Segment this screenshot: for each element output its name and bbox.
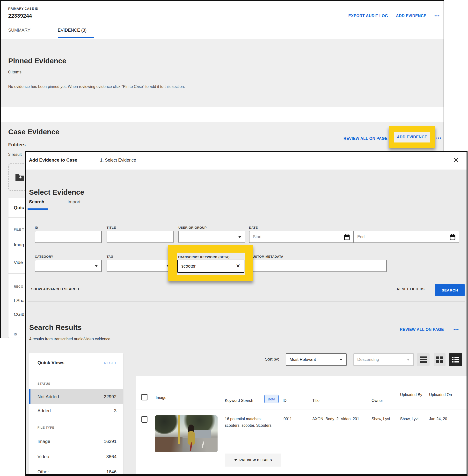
section-divider xyxy=(28,301,465,302)
transcript-keyword-label: TRANSCRIPT KEYWORD (BETA) xyxy=(178,255,229,259)
cell-title[interactable]: AXON_Body_2_Video_201... xyxy=(312,417,369,421)
more-actions-icon[interactable]: ••• xyxy=(434,14,440,18)
reset-filters-link[interactable]: RESET FILTERS xyxy=(397,287,424,291)
date-end-input[interactable]: End xyxy=(354,231,459,243)
tab-summary[interactable]: SUMMARY xyxy=(8,28,30,33)
evidence-thumbnail[interactable] xyxy=(155,415,218,452)
chevron-down-icon xyxy=(407,359,410,360)
id-input[interactable] xyxy=(35,231,102,243)
column-keyword-search: Keyword Search xyxy=(225,398,253,403)
quick-view-count: 1646 xyxy=(106,469,117,474)
modal-step-label: 1. Select Evidence xyxy=(100,158,136,163)
chevron-down-icon xyxy=(340,359,342,360)
title-input[interactable] xyxy=(107,231,174,243)
detail-list-icon xyxy=(452,357,459,358)
export-audit-log-button[interactable]: EXPORT AUDIT LOG xyxy=(348,14,388,18)
transcript-keyword-input[interactable]: scooter ✕ xyxy=(177,260,244,273)
bg-id-label: ID xyxy=(14,333,17,336)
review-all-on-page-link[interactable]: REVIEW ALL ON PAGE xyxy=(344,137,388,141)
thumbnail-art xyxy=(176,438,218,452)
close-icon[interactable]: ✕ xyxy=(453,156,459,164)
bg-filter-video[interactable]: Vide xyxy=(14,260,23,265)
date-start-input[interactable]: Start xyxy=(249,231,354,243)
add-evidence-header-button[interactable]: ADD EVIDENCE xyxy=(396,14,426,18)
folders-result-count: 3 result xyxy=(8,152,22,157)
id-filter-label: ID xyxy=(35,226,38,229)
quick-view-count: 3864 xyxy=(106,454,117,459)
search-button[interactable]: SEARCH xyxy=(435,284,465,296)
chevron-down-icon xyxy=(95,265,98,267)
rows-icon xyxy=(420,361,427,363)
add-evidence-case-button[interactable]: ADD EVIDENCE xyxy=(397,135,427,139)
divider xyxy=(29,418,123,418)
quick-view-video-row[interactable]: Video 3864 xyxy=(29,450,123,464)
view-rows-button[interactable] xyxy=(417,353,430,366)
date-start-placeholder: Start xyxy=(253,235,262,239)
bg-filter-lsha[interactable]: LSha xyxy=(14,298,24,303)
search-results-subtitle: 4 results from transcribed audio/video e… xyxy=(29,337,110,341)
column-id: ID xyxy=(283,398,286,403)
divider xyxy=(93,154,93,167)
results-more-icon[interactable]: ••• xyxy=(453,327,459,332)
clear-input-icon[interactable]: ✕ xyxy=(236,263,240,269)
sort-select[interactable]: Most Relevant xyxy=(286,353,347,366)
status-section-label: STATUS xyxy=(37,382,50,385)
thumbnail-art xyxy=(178,415,180,444)
user-or-group-label: USER OR GROUP xyxy=(178,226,207,229)
pinned-empty-note: No evidence has been pinned yet. When re… xyxy=(8,84,185,89)
cell-id: 0011 xyxy=(284,417,292,421)
sort-direction-select[interactable]: Descending xyxy=(353,353,414,366)
sort-select-value: Most Relevant xyxy=(290,357,316,362)
custom-metadata-label: CUSTOM METADATA xyxy=(250,255,283,258)
case-evidence-title: Case Evidence xyxy=(8,128,59,136)
thumbnail-art xyxy=(194,430,211,438)
file-type-section-label: FILE TYPE xyxy=(37,426,54,429)
preview-details-button[interactable]: PREVIEW DETAILS xyxy=(225,454,281,467)
tab-import[interactable]: Import xyxy=(67,199,80,205)
tab-evidence[interactable]: EVIDENCE (3) xyxy=(58,28,87,33)
date-filter-label: DATE xyxy=(249,226,258,229)
quick-views-panel: Quick Views RESET STATUS Not Added 22992… xyxy=(29,353,123,474)
rows-icon xyxy=(420,359,427,360)
quick-view-label: Video xyxy=(37,454,49,459)
primary-case-id-label: PRIMARY CASE ID xyxy=(8,7,38,10)
user-or-group-select[interactable] xyxy=(178,231,245,243)
search-results-title: Search Results xyxy=(29,323,82,332)
keyword-matches-line2: scooters, scooter, Scooters xyxy=(225,423,271,428)
column-uploaded-by: Uploaded By xyxy=(400,391,423,398)
tab-search[interactable]: Search xyxy=(29,199,44,205)
custom-metadata-input[interactable] xyxy=(249,260,387,272)
rows-icon xyxy=(420,356,427,358)
quick-view-label: Other xyxy=(37,469,49,474)
beta-badge: Beta xyxy=(264,395,279,403)
quick-view-image-row[interactable]: Image 16291 xyxy=(29,434,123,448)
quick-views-reset-link[interactable]: RESET xyxy=(104,361,117,365)
view-detail-list-button[interactable] xyxy=(449,353,462,366)
case-evidence-more-icon[interactable]: ••• xyxy=(436,136,442,140)
quick-view-count: 3 xyxy=(114,408,117,413)
keyword-matches-line1: 16 potential matches: xyxy=(225,417,262,421)
bg-filter-image[interactable]: Imag xyxy=(14,242,24,248)
row-checkbox[interactable] xyxy=(141,416,147,423)
calendar-icon[interactable] xyxy=(344,234,350,240)
quick-view-added-row[interactable]: Added 3 xyxy=(29,404,123,418)
column-uploaded-on: Uploaded On xyxy=(429,391,452,398)
tag-select[interactable] xyxy=(107,260,174,272)
date-end-placeholder: End xyxy=(357,235,365,239)
quick-view-other-row[interactable]: Other 1646 xyxy=(29,465,123,474)
select-evidence-title: Select Evidence xyxy=(29,188,84,196)
calendar-icon[interactable] xyxy=(450,234,455,240)
preview-details-label: PREVIEW DETAILS xyxy=(240,458,272,462)
category-select[interactable] xyxy=(35,260,102,272)
bg-recorded-label: RECO xyxy=(14,285,23,288)
modal-header: Add Evidence to Case 1. Select Evidence … xyxy=(26,152,467,169)
tag-label: TAG xyxy=(107,255,113,258)
cell-uploaded-by: Shaw, Lyvi... xyxy=(400,417,425,421)
view-grid-button[interactable] xyxy=(434,353,446,366)
results-review-all-link[interactable]: REVIEW ALL ON PAGE xyxy=(400,327,444,332)
quick-view-count: 16291 xyxy=(104,439,117,444)
quick-view-not-added-row[interactable]: Not Added 22992 xyxy=(29,389,123,404)
show-advanced-search-link[interactable]: SHOW ADVANCED SEARCH xyxy=(31,287,79,291)
select-all-checkbox[interactable] xyxy=(141,394,147,400)
bg-filter-cgib[interactable]: CGib xyxy=(14,312,24,317)
